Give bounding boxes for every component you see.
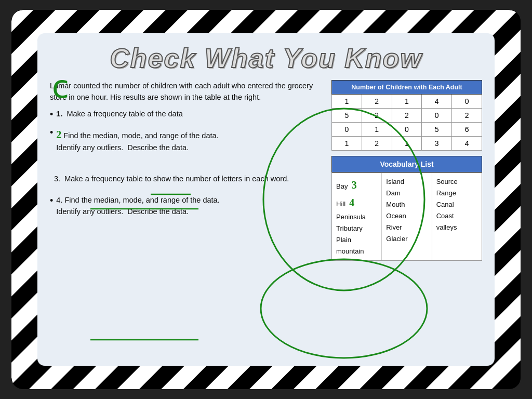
vocab-col-3: Source Range Canal Coast valleys	[432, 173, 482, 260]
cell: 2	[392, 109, 422, 123]
cell: 1	[362, 123, 392, 137]
vocab-word: Bay 3	[336, 176, 377, 194]
cell: 4	[452, 137, 482, 151]
question-1: • 1. Make a frequency table of the data	[50, 109, 321, 122]
vocab-word: Mouth	[386, 199, 427, 210]
q4-text: 4. Find the median, mode, and range of t…	[56, 195, 219, 218]
vocab-col-2: Island Dam Mouth Ocean River Glacier	[382, 173, 432, 260]
cell: 2	[362, 109, 392, 123]
gap2	[50, 184, 321, 195]
table-row: 1 2 1 3 4	[332, 137, 482, 151]
question-4: • 4. Find the median, mode, and range of…	[50, 195, 321, 218]
vocab-word: Canal	[436, 199, 477, 210]
vocab-word: River	[386, 222, 427, 233]
vocab-word: Dam	[386, 188, 427, 199]
vocab-header: Vocabulary List	[331, 156, 482, 172]
cell: 1	[392, 95, 422, 109]
and-underline: and	[145, 131, 157, 140]
gap	[50, 159, 321, 174]
page-title: Check What You Know	[110, 43, 422, 74]
cell: 0	[452, 95, 482, 109]
vocab-word: Plain	[336, 234, 377, 246]
bullet-4: •	[50, 194, 53, 208]
vocab-table: Vocabulary List Bay 3 Hill 4 Peninsula T…	[331, 156, 482, 261]
cell: 6	[452, 123, 482, 137]
q1-number: 1.	[56, 110, 62, 118]
cell: 0	[332, 123, 362, 137]
table-row: 0 1 0 5 6	[332, 123, 482, 137]
vocab-word: Range	[436, 188, 477, 199]
cell: 5	[422, 123, 452, 137]
q1-text: 1. Make a frequency table of the data	[56, 109, 182, 120]
data-table: Number of Children with Each Adult 1 2 1…	[331, 80, 482, 151]
content-area: Lamar counted the number of children wit…	[50, 80, 482, 261]
vocab-word: valleys	[436, 222, 477, 233]
bullet-2: •	[50, 126, 53, 140]
cell: 2	[452, 109, 482, 123]
right-column: Number of Children with Each Adult 1 2 1…	[331, 80, 482, 261]
vocab-word: Peninsula	[336, 211, 377, 223]
vocab-word: Hill 4	[336, 194, 377, 211]
cell: 2	[362, 95, 392, 109]
hand-number-2: 2	[56, 129, 61, 140]
hand-3: 3	[352, 179, 357, 191]
vocab-word: Ocean	[386, 210, 427, 222]
hand-4: 4	[349, 197, 354, 208]
cell: 3	[422, 137, 452, 151]
question-2: • 2 Find the median, mode, and range of …	[50, 127, 321, 154]
main-card: ↄ Check What You Know Lamar counted the …	[37, 33, 495, 366]
vocab-col-1: Bay 3 Hill 4 Peninsula Tributary Plain m…	[332, 173, 382, 260]
table-row: 1 2 1 4 0	[332, 95, 482, 109]
outer-border: ↄ Check What You Know Lamar counted the …	[11, 10, 521, 389]
table-row: 5 2 2 0 2	[332, 109, 482, 123]
cell: 1	[332, 137, 362, 151]
intro-text: Lamar counted the number of children wit…	[50, 80, 321, 103]
bullet-1: •	[50, 108, 53, 122]
vocab-body: Bay 3 Hill 4 Peninsula Tributary Plain m…	[331, 172, 482, 261]
vocab-word: Tributary	[336, 223, 377, 234]
title-area: Check What You Know	[50, 43, 482, 74]
q2-text: 2 Find the median, mode, and range of th…	[56, 127, 218, 154]
decorative-curl: ↄ	[52, 69, 69, 105]
vocab-word: Coast	[436, 210, 477, 222]
data-table-body: 1 2 1 4 0 5 2 2 0 2	[332, 95, 482, 151]
vocab-word: Source	[436, 176, 477, 188]
q3-text: 3. Make a frequency table to show the nu…	[50, 175, 289, 183]
data-table-header: Number of Children with Each Adult	[332, 81, 482, 95]
circle-vocab	[261, 259, 427, 358]
left-column: Lamar counted the number of children wit…	[50, 80, 321, 223]
cell: 2	[362, 137, 392, 151]
cell: 1	[332, 95, 362, 109]
cell: 4	[422, 95, 452, 109]
question-3: 3. Make a frequency table to show the nu…	[50, 174, 321, 185]
cell: 0	[392, 123, 422, 137]
cell: 0	[422, 109, 452, 123]
vocab-word: mountain	[336, 246, 377, 257]
cell: 1	[392, 137, 422, 151]
cell: 5	[332, 109, 362, 123]
vocab-word: Island	[386, 176, 427, 188]
vocab-word: Glacier	[386, 233, 427, 245]
